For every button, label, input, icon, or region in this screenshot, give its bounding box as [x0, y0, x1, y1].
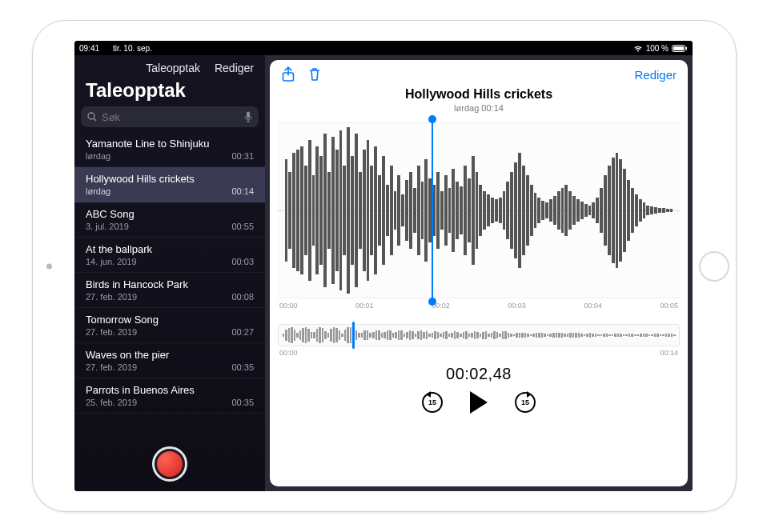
skip-back-label: 15	[428, 398, 436, 406]
recording-row-date: 27. feb. 2019	[86, 327, 137, 337]
recording-row-duration: 00:03	[231, 257, 254, 266]
recording-row-title: At the ballpark	[86, 243, 254, 255]
detail-card: Rediger Hollywood Hills crickets lørdag …	[270, 60, 688, 486]
recording-row-duration: 00:31	[231, 151, 254, 161]
status-time: 09:41	[79, 44, 99, 53]
overview-end-time: 00:14	[660, 349, 678, 357]
recordings-list[interactable]: Yamanote Line to Shinjukulørdag00:31Holl…	[74, 132, 265, 491]
recording-row-title: Hollywood Hills crickets	[86, 173, 254, 185]
skip-forward-label: 15	[521, 398, 529, 406]
recording-row-date: 27. feb. 2019	[86, 292, 137, 302]
waveform-overview[interactable]	[278, 324, 680, 346]
camera-dot	[46, 263, 52, 269]
trash-icon[interactable]	[308, 66, 321, 82]
recording-row-title: Parrots in Buenos Aires	[86, 384, 254, 396]
recording-row-date: 25. feb. 2019	[86, 398, 137, 407]
waveform-main[interactable]	[278, 122, 680, 298]
svg-point-3	[88, 113, 94, 119]
record-icon	[157, 451, 183, 477]
recording-row-title: Tomorrow Song	[86, 314, 254, 326]
screen: 09:41 tir. 10. sep. 100 % Taleopptak Red…	[74, 41, 693, 491]
recording-row-title: Waves on the pier	[86, 349, 254, 361]
record-button[interactable]	[152, 446, 187, 482]
overview-playhead[interactable]	[352, 322, 355, 349]
recording-row-date: 3. jul. 2019	[86, 222, 129, 231]
playback-controls: 15 15	[270, 391, 688, 414]
app-content: Taleopptak Rediger Taleopptak Yamanote L…	[74, 55, 693, 491]
recording-row[interactable]: Birds in Hancock Park27. feb. 201900:08	[74, 273, 265, 308]
search-field[interactable]	[81, 106, 259, 127]
timeline-tick: 00:01	[355, 302, 374, 310]
recording-title: Hollywood Hills crickets	[270, 87, 688, 102]
nav-back[interactable]: Taleopptak	[146, 62, 200, 74]
recording-row[interactable]: ABC Song3. jul. 201900:55	[74, 202, 265, 238]
home-button[interactable]	[699, 251, 729, 282]
recording-row-title: Birds in Hancock Park	[86, 278, 254, 290]
skip-forward-15-button[interactable]: 15	[515, 392, 536, 413]
sidebar-title: Taleopptak	[74, 78, 265, 106]
recording-row-duration: 00:35	[231, 362, 254, 372]
play-button[interactable]	[470, 391, 488, 414]
recording-row[interactable]: Hollywood Hills cricketslørdag00:14	[74, 167, 265, 202]
svg-rect-2	[686, 46, 688, 50]
detail-edit-button[interactable]: Rediger	[634, 68, 677, 82]
sidebar: Taleopptak Rediger Taleopptak Yamanote L…	[74, 55, 265, 491]
status-battery-text: 100 %	[646, 44, 669, 53]
waveform-timeline: 00:0000:0100:0200:0300:0400:05	[270, 298, 688, 310]
svg-line-4	[94, 118, 96, 121]
mic-icon[interactable]	[244, 111, 252, 122]
recording-row-date: lørdag	[86, 186, 110, 196]
overview-start-time: 00:00	[279, 349, 298, 357]
timeline-tick: 00:03	[508, 302, 526, 310]
timeline-tick: 00:04	[584, 302, 602, 310]
recording-row-duration: 00:55	[231, 222, 254, 231]
svg-rect-1	[673, 46, 684, 50]
search-input[interactable]	[102, 111, 239, 123]
status-bar: 09:41 tir. 10. sep. 100 %	[74, 41, 693, 55]
timeline-tick: 00:00	[279, 302, 298, 310]
recording-row-duration: 00:27	[231, 327, 254, 337]
recording-row-title: Yamanote Line to Shinjuku	[86, 138, 254, 150]
skip-back-15-button[interactable]: 15	[422, 392, 443, 413]
recording-row[interactable]: Parrots in Buenos Aires25. feb. 201900:3…	[74, 378, 265, 414]
wifi-icon	[633, 45, 643, 52]
recording-row-duration: 00:14	[231, 186, 254, 196]
svg-rect-5	[247, 112, 250, 118]
recording-row-duration: 00:08	[231, 292, 254, 302]
recording-row-date: 27. feb. 2019	[86, 362, 137, 372]
recording-row-duration: 00:35	[231, 398, 254, 407]
recording-row-date: lørdag	[86, 151, 110, 161]
playhead[interactable]	[432, 120, 433, 301]
recording-row[interactable]: Waves on the pier27. feb. 201900:35	[74, 343, 265, 378]
status-date: tir. 10. sep.	[79, 44, 688, 53]
recording-row[interactable]: Yamanote Line to Shinjukulørdag00:31	[74, 132, 265, 167]
battery-icon	[672, 45, 688, 52]
recording-subtitle: lørdag 00:14	[270, 103, 688, 113]
nav-edit[interactable]: Rediger	[215, 62, 254, 74]
recording-row-title: ABC Song	[86, 208, 254, 220]
share-icon[interactable]	[281, 66, 295, 82]
recording-row[interactable]: At the ballpark14. jun. 201900:03	[74, 238, 265, 273]
timecode: 00:02,48	[270, 365, 688, 383]
search-icon	[87, 112, 97, 122]
timeline-tick: 00:05	[660, 302, 678, 310]
ipad-device: 09:41 tir. 10. sep. 100 % Taleopptak Red…	[32, 20, 737, 512]
detail-panel: Rediger Hollywood Hills crickets lørdag …	[265, 55, 693, 491]
recording-row[interactable]: Tomorrow Song27. feb. 201900:27	[74, 308, 265, 343]
recording-row-date: 14. jun. 2019	[86, 257, 137, 266]
